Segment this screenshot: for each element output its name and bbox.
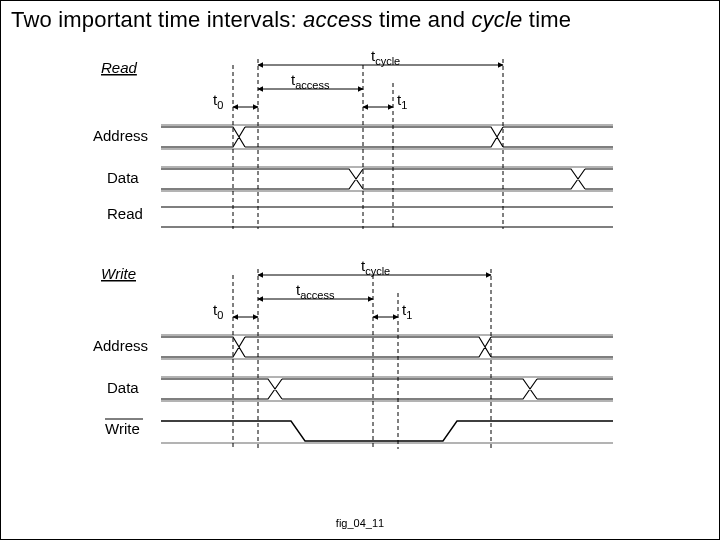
section-label-read: Read <box>101 59 138 76</box>
panel-read: Read tcycle taccess <box>93 49 613 229</box>
waveform-read-strobe <box>161 207 613 227</box>
page-title: Two important time intervals: access tim… <box>11 7 709 33</box>
title-prefix: Two important time intervals: <box>11 7 303 32</box>
timing-diagram: Read tcycle taccess <box>93 49 629 503</box>
signal-label-address-write: Address <box>93 337 148 354</box>
signal-label-data-write: Data <box>107 379 139 396</box>
label-taccess-read: taccess <box>291 71 330 91</box>
waveform-data-read <box>161 167 613 191</box>
signal-label-data-read: Data <box>107 169 139 186</box>
figure-caption: fig_04_11 <box>1 517 719 529</box>
waveform-write-bar <box>161 421 613 443</box>
label-taccess-write: taccess <box>296 281 335 301</box>
title-mid: time and <box>373 7 472 32</box>
title-em-cycle: cycle <box>471 7 522 32</box>
page-container: Two important time intervals: access tim… <box>0 0 720 540</box>
waveform-data-write <box>161 377 613 401</box>
signal-label-write-bar: Write <box>105 419 143 437</box>
label-t1-read: t1 <box>397 91 407 111</box>
svg-text:Write: Write <box>105 420 140 437</box>
label-t0-read: t0 <box>213 91 223 111</box>
signal-label-read-strobe: Read <box>107 205 143 222</box>
title-suffix: time <box>523 7 572 32</box>
waveform-address-write <box>161 335 613 359</box>
label-t0-write: t0 <box>213 301 223 321</box>
label-t1-write: t1 <box>402 301 412 321</box>
label-tcycle-read: tcycle <box>371 49 400 67</box>
section-label-write: Write <box>101 265 136 282</box>
waveform-address-read <box>161 125 613 149</box>
label-tcycle-write: tcycle <box>361 257 390 277</box>
signal-label-address-read: Address <box>93 127 148 144</box>
panel-write: Write tcycle taccess <box>93 257 613 449</box>
title-em-access: access <box>303 7 373 32</box>
